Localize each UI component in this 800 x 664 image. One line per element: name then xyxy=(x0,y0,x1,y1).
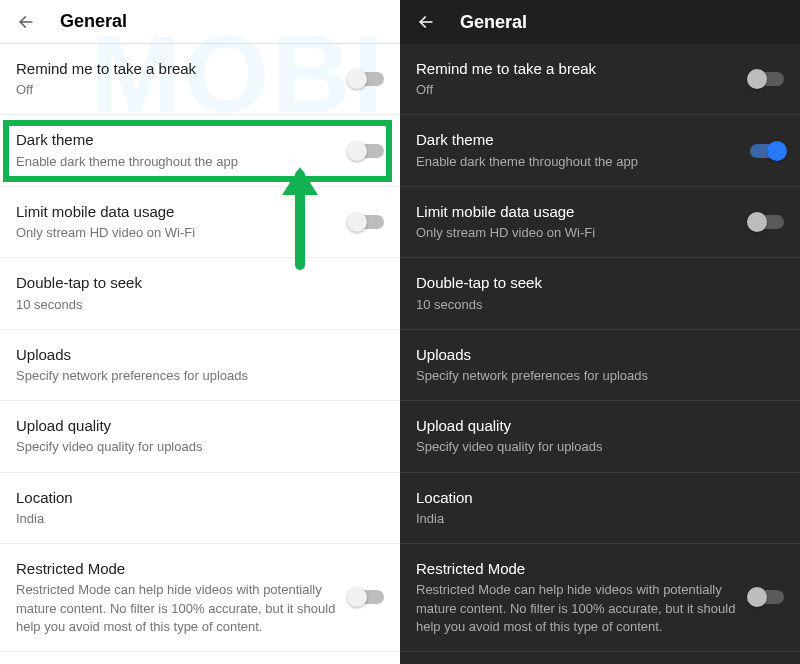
toggle-dark-theme[interactable] xyxy=(350,144,384,158)
toggle-limit-data[interactable] xyxy=(750,215,784,229)
setting-dark-theme[interactable]: Dark theme Enable dark theme throughout … xyxy=(400,115,800,186)
item-text: Uploads Specify network preferences for … xyxy=(416,345,784,385)
setting-limit-data[interactable]: Limit mobile data usage Only stream HD v… xyxy=(400,187,800,258)
item-sub: Specify video quality for uploads xyxy=(16,438,372,456)
item-title: Double-tap to seek xyxy=(416,273,772,293)
item-text: Double-tap to seek 10 seconds xyxy=(416,273,784,313)
item-sub: Off xyxy=(16,81,338,99)
item-title: Dark theme xyxy=(416,130,738,150)
item-title: Double-tap to seek xyxy=(16,273,372,293)
header: General xyxy=(0,0,400,44)
item-title: Upload quality xyxy=(16,416,372,436)
setting-double-tap[interactable]: Double-tap to seek 10 seconds xyxy=(0,258,400,329)
item-title: Uploads xyxy=(416,345,772,365)
item-text: Remind me to take a break Off xyxy=(416,59,750,99)
item-sub: 10 seconds xyxy=(16,296,372,314)
item-text: Uploads Specify network preferences for … xyxy=(16,345,384,385)
setting-dark-theme[interactable]: Dark theme Enable dark theme throughout … xyxy=(0,115,400,186)
setting-limit-data[interactable]: Limit mobile data usage Only stream HD v… xyxy=(0,187,400,258)
setting-upload-quality[interactable]: Upload quality Specify video quality for… xyxy=(0,401,400,472)
toggle-remind[interactable] xyxy=(350,72,384,86)
item-title: Uploads xyxy=(16,345,372,365)
item-title: Dark theme xyxy=(16,130,338,150)
item-sub: India xyxy=(16,510,372,528)
toggle-limit-data[interactable] xyxy=(350,215,384,229)
item-title: Location xyxy=(16,488,372,508)
setting-location[interactable]: Location India xyxy=(400,473,800,544)
back-arrow-icon[interactable] xyxy=(16,12,36,32)
item-text: Upload quality Specify video quality for… xyxy=(416,416,784,456)
item-text: Restricted Mode Restricted Mode can help… xyxy=(16,559,350,636)
item-title: Restricted Mode xyxy=(416,559,738,579)
light-pane: MOBI General Remind me to take a break O… xyxy=(0,0,400,664)
item-text: Double-tap to seek 10 seconds xyxy=(16,273,384,313)
item-sub: 10 seconds xyxy=(416,296,772,314)
item-sub: Specify network preferences for uploads xyxy=(416,367,772,385)
item-title: Remind me to take a break xyxy=(16,59,338,79)
item-sub: Enable dark theme throughout the app xyxy=(416,153,738,171)
setting-remind-break[interactable]: Remind me to take a break Off xyxy=(400,44,800,115)
toggle-restricted[interactable] xyxy=(750,590,784,604)
back-arrow-icon[interactable] xyxy=(416,12,436,32)
setting-uploads[interactable]: Uploads Specify network preferences for … xyxy=(0,330,400,401)
item-sub: Specify video quality for uploads xyxy=(416,438,772,456)
item-text: Location India xyxy=(16,488,384,528)
item-sub: India xyxy=(416,510,772,528)
item-title: Location xyxy=(416,488,772,508)
item-text: Remind me to take a break Off xyxy=(16,59,350,99)
setting-restricted-mode[interactable]: Restricted Mode Restricted Mode can help… xyxy=(400,544,800,652)
item-title: Limit mobile data usage xyxy=(416,202,738,222)
toggle-dark-theme[interactable] xyxy=(750,144,784,158)
item-text: Limit mobile data usage Only stream HD v… xyxy=(416,202,750,242)
item-text: Upload quality Specify video quality for… xyxy=(16,416,384,456)
item-sub: Only stream HD video on Wi-Fi xyxy=(16,224,338,242)
item-sub: Off xyxy=(416,81,738,99)
header: General xyxy=(400,0,800,44)
item-sub: Enable dark theme throughout the app xyxy=(16,153,338,171)
item-text: Location India xyxy=(416,488,784,528)
setting-location[interactable]: Location India xyxy=(0,473,400,544)
item-title: Upload quality xyxy=(416,416,772,436)
item-sub: Restricted Mode can help hide videos wit… xyxy=(16,581,338,636)
setting-uploads[interactable]: Uploads Specify network preferences for … xyxy=(400,330,800,401)
item-text: Dark theme Enable dark theme throughout … xyxy=(16,130,350,170)
setting-remind-break[interactable]: Remind me to take a break Off xyxy=(0,44,400,115)
setting-upload-quality[interactable]: Upload quality Specify video quality for… xyxy=(400,401,800,472)
item-text: Restricted Mode Restricted Mode can help… xyxy=(416,559,750,636)
item-title: Limit mobile data usage xyxy=(16,202,338,222)
item-sub: Specify network preferences for uploads xyxy=(16,367,372,385)
item-sub: Restricted Mode can help hide videos wit… xyxy=(416,581,738,636)
setting-restricted-mode[interactable]: Restricted Mode Restricted Mode can help… xyxy=(0,544,400,652)
item-text: Limit mobile data usage Only stream HD v… xyxy=(16,202,350,242)
page-title: General xyxy=(60,11,127,32)
dark-pane: General Remind me to take a break Off Da… xyxy=(400,0,800,664)
toggle-remind[interactable] xyxy=(750,72,784,86)
item-sub: Only stream HD video on Wi-Fi xyxy=(416,224,738,242)
item-title: Restricted Mode xyxy=(16,559,338,579)
setting-double-tap[interactable]: Double-tap to seek 10 seconds xyxy=(400,258,800,329)
item-title: Remind me to take a break xyxy=(416,59,738,79)
item-text: Dark theme Enable dark theme throughout … xyxy=(416,130,750,170)
page-title: General xyxy=(460,12,527,33)
toggle-restricted[interactable] xyxy=(350,590,384,604)
